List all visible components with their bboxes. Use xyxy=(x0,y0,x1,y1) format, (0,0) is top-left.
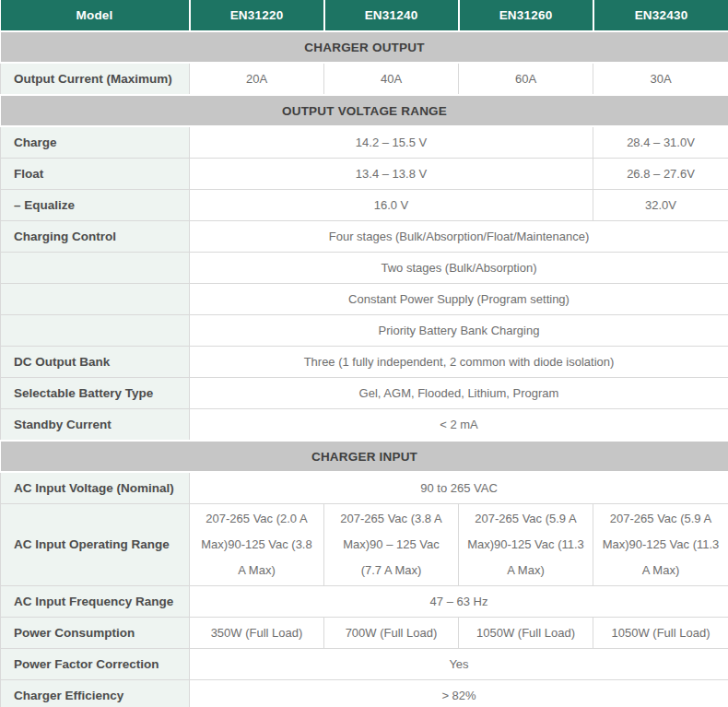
value-cell: 47 – 63 Hz xyxy=(190,586,728,618)
value-cell: Three (1 fully independent, 2 common wit… xyxy=(190,347,728,378)
table-row: Charger Efficiency > 82% xyxy=(1,680,728,707)
value-cell: 40A xyxy=(324,63,459,95)
value-cell: Constant Power Supply (Program setting) xyxy=(190,284,728,315)
table-row: Constant Power Supply (Program setting) xyxy=(1,284,728,315)
value-cell: Two stages (Bulk/Absorption) xyxy=(190,253,728,284)
value-cell: 207-265 Vac (3.8 A Max)90 – 125 Vac (7.7… xyxy=(324,504,459,586)
row-label-power-consumption: Power Consumption xyxy=(1,618,190,649)
table-row: Charging Control Four stages (Bulk/Absor… xyxy=(1,221,728,253)
value-cell: Gel, AGM, Flooded, Lithium, Program xyxy=(190,378,728,409)
value-cell: 20A xyxy=(190,63,324,95)
row-label-empty xyxy=(1,315,190,347)
value-cell: 26.8 – 27.6V xyxy=(593,159,728,190)
table-row: Two stages (Bulk/Absorption) xyxy=(1,253,728,284)
row-label-standby-current: Standby Current xyxy=(1,409,190,442)
table-row: Power Factor Correction Yes xyxy=(1,649,728,680)
table-row: Float 13.4 – 13.8 V 26.8 – 27.6V xyxy=(1,159,728,190)
charger-spec-table: Model EN31220 EN31240 EN31260 EN32430 CH… xyxy=(0,0,728,707)
value-cell: 1050W (Full Load) xyxy=(593,618,728,649)
value-cell: 32.0V xyxy=(593,190,728,221)
value-cell: 28.4 – 31.0V xyxy=(593,126,728,159)
value-cell: 207-265 Vac (5.9 A Max)90-125 Vac (11.3 … xyxy=(459,504,593,586)
section-header-row: OUTPUT VOLTAGE RANGE xyxy=(1,95,728,126)
value-cell: Priority Battery Bank Charging xyxy=(190,315,728,347)
table-row: AC Input Operating Range 207-265 Vac (2.… xyxy=(1,504,728,586)
row-label-output-current: Output Current (Maximum) xyxy=(1,63,190,95)
table-row: Selectable Battery Type Gel, AGM, Floode… xyxy=(1,378,728,409)
model-header-en31260: EN31260 xyxy=(459,0,593,31)
row-label-ac-input-voltage: AC Input Voltage (Nominal) xyxy=(1,472,190,504)
section-header-row: CHARGER OUTPUT xyxy=(1,31,728,63)
row-label-dc-output-bank: DC Output Bank xyxy=(1,347,190,378)
value-cell: 700W (Full Load) xyxy=(324,618,459,649)
value-cell: 13.4 – 13.8 V xyxy=(190,159,593,190)
table-row: DC Output Bank Three (1 fully independen… xyxy=(1,347,728,378)
value-cell: 207-265 Vac (5.9 A Max)90-125 Vac (11.3 … xyxy=(593,504,728,586)
section-header-row: CHARGER INPUT xyxy=(1,441,728,472)
row-label-charge: Charge xyxy=(1,126,190,159)
value-cell: > 82% xyxy=(190,680,728,707)
row-label-charger-efficiency: Charger Efficiency xyxy=(1,680,190,707)
model-header-en31240: EN31240 xyxy=(324,0,459,31)
table-row: Standby Current < 2 mA xyxy=(1,409,728,442)
value-cell: Yes xyxy=(190,649,728,680)
section-charger-input: CHARGER INPUT xyxy=(1,441,728,472)
row-label-charging-control: Charging Control xyxy=(1,221,190,253)
row-label-equalize: – Equalize xyxy=(1,190,190,221)
value-cell: 60A xyxy=(459,63,593,95)
row-label-selectable-battery-type: Selectable Battery Type xyxy=(1,378,190,409)
table-row: AC Input Frequency Range 47 – 63 Hz xyxy=(1,586,728,618)
model-column-header: Model xyxy=(1,0,190,31)
section-output-voltage-range: OUTPUT VOLTAGE RANGE xyxy=(1,95,728,126)
value-cell: 30A xyxy=(593,63,728,95)
row-label-float: Float xyxy=(1,159,190,190)
table-row: Output Current (Maximum) 20A 40A 60A 30A xyxy=(1,63,728,95)
table-row: Charge 14.2 – 15.5 V 28.4 – 31.0V xyxy=(1,126,728,159)
model-header-row: Model EN31220 EN31240 EN31260 EN32430 xyxy=(1,0,728,31)
table-row: Power Consumption 350W (Full Load) 700W … xyxy=(1,618,728,649)
section-charger-output: CHARGER OUTPUT xyxy=(1,31,728,63)
row-label-ac-input-operating-range: AC Input Operating Range xyxy=(1,504,190,586)
value-cell: < 2 mA xyxy=(190,409,728,442)
value-cell: 90 to 265 VAC xyxy=(190,472,728,504)
row-label-power-factor-correction: Power Factor Correction xyxy=(1,649,190,680)
value-cell: Four stages (Bulk/Absorption/Float/Maint… xyxy=(190,221,728,253)
table-row: – Equalize 16.0 V 32.0V xyxy=(1,190,728,221)
value-cell: 1050W (Full Load) xyxy=(459,618,593,649)
table-row: Priority Battery Bank Charging xyxy=(1,315,728,347)
value-cell: 14.2 – 15.5 V xyxy=(190,126,593,159)
value-cell: 207-265 Vac (2.0 A Max)90-125 Vac (3.8 A… xyxy=(190,504,324,586)
row-label-empty xyxy=(1,284,190,315)
value-cell: 350W (Full Load) xyxy=(190,618,324,649)
model-header-en32430: EN32430 xyxy=(593,0,728,31)
row-label-ac-input-frequency: AC Input Frequency Range xyxy=(1,586,190,618)
value-cell: 16.0 V xyxy=(190,190,593,221)
model-header-en31220: EN31220 xyxy=(190,0,324,31)
table-row: AC Input Voltage (Nominal) 90 to 265 VAC xyxy=(1,472,728,504)
row-label-empty xyxy=(1,253,190,284)
